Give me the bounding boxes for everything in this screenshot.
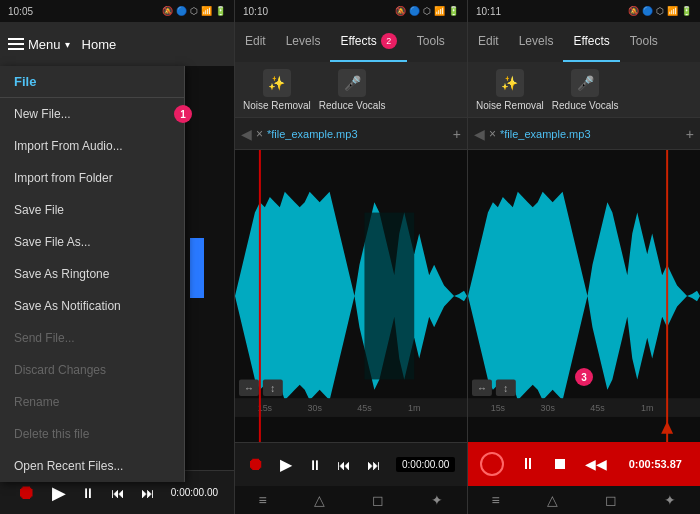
svg-text:1m: 1m	[641, 403, 654, 413]
pause-button-1[interactable]: ⏸	[81, 485, 95, 501]
effects-badge-2: 2	[381, 33, 397, 49]
tab-effects-3[interactable]: Effects	[563, 22, 619, 62]
effects-bar-3: ✨ Noise Removal 🎤 Reduce Vocals	[468, 62, 700, 118]
delete-file-item: Delete this file	[0, 418, 184, 450]
home-button[interactable]: Home	[82, 37, 117, 52]
rename-item: Rename	[0, 386, 184, 418]
waveform-container-3[interactable]: ↔ ↕ 15s 30s 45s 1m 3	[468, 150, 700, 442]
effects-bar-2: ✨ Noise Removal 🎤 Reduce Vocals	[235, 62, 467, 118]
tab-effects-2[interactable]: Effects 2	[330, 22, 406, 62]
tab-levels-2[interactable]: Levels	[276, 22, 331, 62]
import-audio-item[interactable]: Import From Audio...	[0, 130, 184, 162]
prev-button-2[interactable]: ⏮	[337, 457, 351, 473]
tab-tools-2[interactable]: Tools	[407, 22, 455, 62]
reduce-vocals-button-3[interactable]: 🎤 Reduce Vocals	[552, 69, 619, 111]
next-button-2[interactable]: ⏭	[367, 457, 381, 473]
track-header-3: ◀ × *file_example.mp3 +	[468, 118, 700, 150]
save-file-as-item[interactable]: Save File As...	[0, 226, 184, 258]
save-notification-item[interactable]: Save As Notification	[0, 290, 184, 322]
play-button-2[interactable]: ▶	[280, 455, 292, 474]
badge-3: 3	[575, 368, 593, 386]
svg-text:15s: 15s	[491, 403, 506, 413]
top-bar-1: Menu ▾ Home	[0, 22, 234, 66]
track-close-3[interactable]: ×	[489, 127, 496, 141]
tab-edit-3[interactable]: Edit	[468, 22, 509, 62]
hamburger-icon	[8, 38, 24, 50]
time-2: 10:10	[243, 6, 268, 17]
play-button-1[interactable]: ▶	[52, 482, 66, 504]
svg-text:1m: 1m	[408, 403, 421, 413]
new-file-item[interactable]: New File... 1	[0, 98, 184, 130]
save-file-item[interactable]: Save File	[0, 194, 184, 226]
pause-button-2[interactable]: ⏸	[308, 457, 322, 473]
noise-removal-button-2[interactable]: ✨ Noise Removal	[243, 69, 311, 111]
arrow-left-icon-2[interactable]: ◀	[241, 126, 252, 142]
time-counter-3: 0:00:53.87	[623, 456, 688, 472]
menu-button[interactable]: Menu ▾	[8, 37, 70, 52]
time-counter-2: 0:00:00.00	[396, 457, 455, 472]
open-recent-item[interactable]: Open Recent Files...	[0, 450, 184, 482]
android-recents-icon-2[interactable]: ✦	[431, 492, 443, 508]
discard-changes-item: Discard Changes	[0, 354, 184, 386]
android-home-icon-2[interactable]: △	[314, 492, 325, 508]
tab-edit-2[interactable]: Edit	[235, 22, 276, 62]
status-bar-3: 10:11 🔕🔵⬡📶🔋	[468, 0, 700, 22]
record-active-button-3[interactable]	[480, 452, 504, 476]
android-back-icon-2[interactable]: ◻	[372, 492, 384, 508]
next-button-1[interactable]: ⏭	[141, 485, 155, 501]
android-back-icon-3[interactable]: ◻	[605, 492, 617, 508]
prev-button-1[interactable]: ⏮	[111, 485, 125, 501]
panel-2: 10:10 🔕🔵⬡📶🔋 Edit Levels Effects 2 Tools …	[234, 0, 467, 514]
waveform-svg-2: ↔ ↕ 15s 30s 45s 1m	[235, 150, 467, 442]
svg-text:↕: ↕	[270, 383, 275, 394]
svg-text:30s: 30s	[540, 403, 555, 413]
record-button-2[interactable]: ⏺	[247, 454, 265, 475]
send-file-item: Send File...	[0, 322, 184, 354]
panel-3: 10:11 🔕🔵⬡📶🔋 Edit Levels Effects Tools ✨ …	[467, 0, 700, 514]
svg-text:45s: 45s	[590, 403, 605, 413]
waveform-container-2[interactable]: ↔ ↕ 15s 30s 45s 1m	[235, 150, 467, 442]
android-home-icon-3[interactable]: △	[547, 492, 558, 508]
rewind-button-3[interactable]: ◀◀	[585, 456, 607, 472]
save-ringtone-item[interactable]: Save As Ringtone	[0, 258, 184, 290]
noise-removal-icon-2: ✨	[263, 69, 291, 97]
svg-rect-1	[364, 213, 414, 380]
tab-levels-3[interactable]: Levels	[509, 22, 564, 62]
blue-bar	[190, 238, 204, 298]
file-menu-header: File	[0, 66, 184, 98]
waveform-svg-3: ↔ ↕ 15s 30s 45s 1m	[468, 150, 700, 442]
android-menu-icon-2[interactable]: ≡	[259, 492, 267, 508]
svg-text:30s: 30s	[307, 403, 322, 413]
pause-button-3[interactable]: ⏸	[520, 455, 536, 473]
android-menu-icon-3[interactable]: ≡	[492, 492, 500, 508]
android-nav-3: ≡ △ ◻ ✦	[468, 486, 700, 514]
time-counter-1: 0:00:00.00	[171, 487, 218, 498]
track-name-2: *file_example.mp3	[267, 128, 449, 140]
tabs-bar-3: Edit Levels Effects Tools	[468, 22, 700, 62]
android-nav-2: ≡ △ ◻ ✦	[235, 486, 467, 514]
import-folder-item[interactable]: Import from Folder	[0, 162, 184, 194]
arrow-left-icon-3[interactable]: ◀	[474, 126, 485, 142]
status-icons-3: 🔕🔵⬡📶🔋	[628, 6, 692, 16]
reduce-vocals-button-2[interactable]: 🎤 Reduce Vocals	[319, 69, 386, 111]
android-recents-icon-3[interactable]: ✦	[664, 492, 676, 508]
track-close-2[interactable]: ×	[256, 127, 263, 141]
status-bar-2: 10:10 🔕🔵⬡📶🔋	[235, 0, 467, 22]
reduce-vocals-icon-2: 🎤	[338, 69, 366, 97]
status-icons-2: 🔕🔵⬡📶🔋	[395, 6, 459, 16]
stop-button-3[interactable]: ⏹	[552, 455, 568, 473]
track-add-2[interactable]: +	[453, 126, 461, 142]
transport-bar-3: ⏸ ⏹ ◀◀ 0:00:53.87	[468, 442, 700, 486]
chevron-down-icon: ▾	[65, 39, 70, 50]
track-add-3[interactable]: +	[686, 126, 694, 142]
audio-track-area-2: ◀ × *file_example.mp3 + ↔ ↕	[235, 118, 467, 442]
transport-bar-2: ⏺ ▶ ⏸ ⏮ ⏭ 0:00:00.00	[235, 442, 467, 486]
record-button-1[interactable]: ⏺	[16, 481, 36, 504]
panel-1: 10:05 🔕 🔵 ⬡ 📶 🔋 Menu ▾ Home H ftware Fil…	[0, 0, 234, 514]
tab-tools-3[interactable]: Tools	[620, 22, 668, 62]
noise-removal-button-3[interactable]: ✨ Noise Removal	[476, 69, 544, 111]
tabs-bar-2: Edit Levels Effects 2 Tools	[235, 22, 467, 62]
track-name-3: *file_example.mp3	[500, 128, 682, 140]
track-header-2: ◀ × *file_example.mp3 +	[235, 118, 467, 150]
svg-text:↕: ↕	[503, 383, 508, 394]
